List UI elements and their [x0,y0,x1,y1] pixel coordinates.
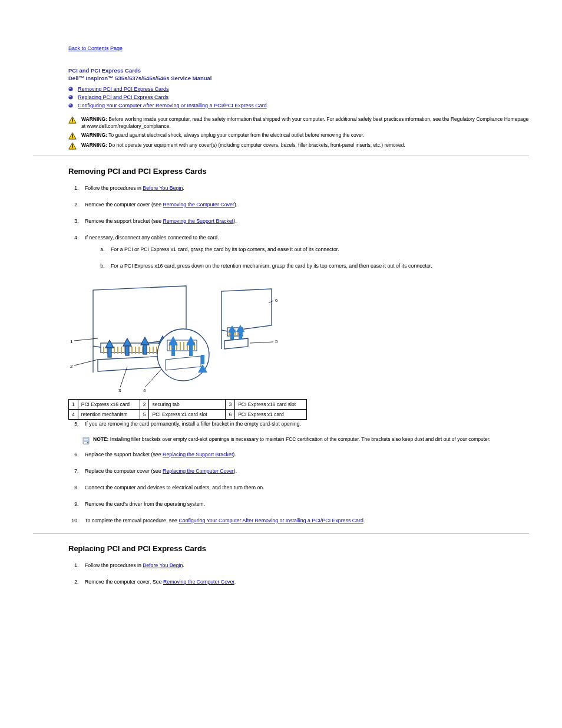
toc-link[interactable]: Replacing PCI and PCI Express Cards [78,93,168,101]
svg-rect-11 [72,137,72,138]
link-replace-cover[interactable]: Replacing the Computer Cover [163,468,234,474]
section-heading-replace: Replacing PCI and PCI Express Cards [68,544,529,553]
svg-point-5 [70,104,71,106]
warning-text: WARNING: Before working inside your comp… [81,116,529,130]
svg-rect-10 [72,134,72,137]
svg-text:5: 5 [275,339,278,344]
svg-rect-70 [189,345,193,356]
svg-marker-73 [222,289,272,331]
remove-steps: Follow the procedures in Before You Begi… [80,184,529,270]
manual-name: Dell™ Inspiron™ 535s/537s/545s/546s Serv… [68,75,529,81]
svg-rect-41 [108,348,111,357]
bullet-icon [68,95,73,100]
svg-rect-82 [230,332,234,340]
svg-rect-14 [72,147,72,148]
svg-text:3: 3 [118,388,121,393]
replace-steps: Follow the procedures in Before You Begi… [80,561,529,586]
svg-text:2: 2 [70,364,73,369]
link-configuring[interactable]: Configuring Your Computer After Removing… [178,518,363,523]
svg-rect-68 [171,345,175,356]
svg-line-51 [145,368,163,387]
note-icon [82,437,90,444]
divider [33,156,529,156]
warning-icon [68,132,77,140]
remove-steps-cont: If you are removing the card permanently… [80,420,529,428]
back-to-contents-link[interactable]: Back to Contents Page [68,45,123,51]
remove-steps-cont2: Replace the support bracket (see Replaci… [80,450,529,525]
warning-text: WARNING: To guard against electrical sho… [81,131,364,139]
link-removing-cover[interactable]: Removing the Computer Cover [163,202,234,207]
figure-pci-cards: 1 2 3 4 [68,284,529,393]
svg-text:4: 4 [143,388,146,393]
bullet-icon [68,103,73,108]
svg-rect-45 [143,345,147,354]
bullet-icon [68,87,73,91]
svg-rect-13 [72,144,72,147]
svg-rect-8 [72,121,72,122]
svg-text:1: 1 [70,339,73,344]
svg-point-2 [68,95,72,99]
section-heading-remove: Removing PCI and PCI Express Cards [68,167,529,176]
note-text: NOTE: Installing filler brackets over em… [93,436,491,442]
figure-label-table: 1PCI Express x16 card 2securing tab 3PCI… [68,399,307,420]
table-of-contents: Removing PCI and PCI Express Cards Repla… [68,85,529,110]
link-replace-bracket[interactable]: Replacing the Support Bracket [163,452,233,457]
svg-rect-7 [72,118,72,121]
link-before-you-begin[interactable]: Before You Begin [143,185,183,191]
link-before-you-begin[interactable]: Before You Begin [143,562,183,568]
divider [33,533,529,533]
svg-rect-43 [125,346,129,355]
svg-point-0 [68,87,72,91]
toc-link[interactable]: Configuring Your Computer After Removing… [78,101,267,110]
page-title: PCI and PCI Express Cards [68,67,529,74]
warning-icon [68,142,77,150]
svg-point-1 [70,88,71,90]
svg-marker-80 [224,338,248,349]
toc-link[interactable]: Removing PCI and PCI Express Cards [78,85,169,93]
svg-point-3 [70,96,71,98]
warning-text: WARNING: Do not operate your equipment w… [81,141,405,149]
svg-line-86 [250,342,273,343]
svg-text:6: 6 [275,298,278,303]
link-removing-bracket[interactable]: Removing the Support Bracket [163,218,234,224]
svg-point-4 [68,103,72,107]
link-removing-cover[interactable]: Removing the Computer Cover [163,579,234,585]
svg-line-49 [74,360,98,365]
svg-rect-72 [201,355,204,364]
svg-rect-89 [83,437,89,444]
svg-rect-84 [239,332,242,339]
warning-icon [68,116,77,124]
